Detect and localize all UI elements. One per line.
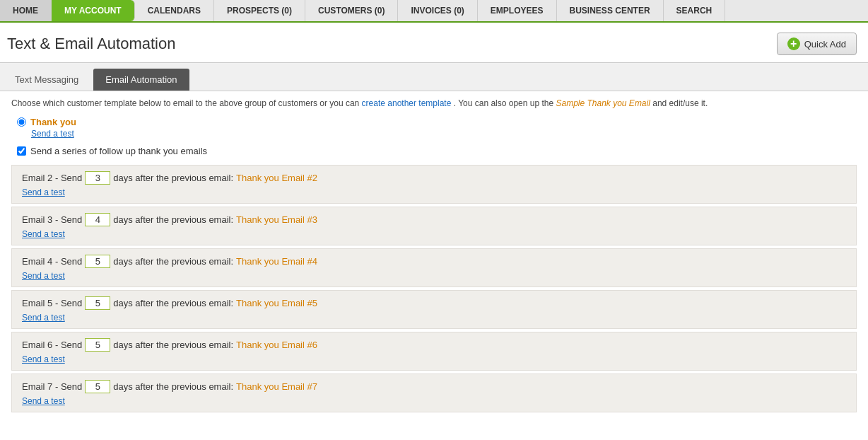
- days-input-2[interactable]: [85, 171, 110, 185]
- email-label-6: Email 6 - Send: [22, 340, 82, 350]
- days-label-4: days after the previous email:: [113, 256, 233, 267]
- email-row-top-7: Email 7 - Send days after the previous e…: [22, 380, 846, 393]
- send-test-link-4[interactable]: Send a test: [22, 271, 65, 281]
- days-label-5: days after the previous email:: [113, 298, 233, 308]
- send-test-link-6[interactable]: Send a test: [22, 354, 65, 364]
- tab-email-automation[interactable]: Email Automation: [93, 69, 189, 91]
- email-label-5: Email 5 - Send: [22, 298, 82, 308]
- email-template-link-2[interactable]: Thank you Email #2: [236, 173, 317, 183]
- nav-search[interactable]: SEARCH: [664, 0, 726, 21]
- nav-home[interactable]: HOME: [0, 0, 52, 21]
- nav-business-center[interactable]: BUSINESS CENTER: [557, 0, 664, 21]
- send-test-link-2[interactable]: Send a test: [22, 187, 65, 197]
- email-label-3: Email 3 - Send: [22, 214, 82, 225]
- email-row-5: Email 5 - Send days after the previous e…: [11, 290, 857, 329]
- email-row-top-3: Email 3 - Send days after the previous e…: [22, 213, 846, 226]
- plus-icon: +: [787, 37, 800, 50]
- quick-add-button[interactable]: + Quick Add: [777, 33, 857, 55]
- days-input-5[interactable]: [85, 296, 110, 310]
- email-row-3: Email 3 - Send days after the previous e…: [11, 207, 857, 245]
- create-template-link[interactable]: create another template: [362, 98, 452, 108]
- email-template-link-3[interactable]: Thank you Email #3: [236, 214, 317, 225]
- sample-thankyou-link[interactable]: Sample Thank you Email: [556, 98, 650, 108]
- email-row-4: Email 4 - Send days after the previous e…: [11, 248, 857, 287]
- days-input-7[interactable]: [85, 380, 110, 393]
- quick-add-label: Quick Add: [804, 39, 846, 50]
- nav-my-account[interactable]: MY ACCOUNT: [52, 0, 135, 21]
- email-template-link-6[interactable]: Thank you Email #6: [236, 340, 317, 350]
- days-label-7: days after the previous email:: [113, 381, 233, 392]
- email-template-link-4[interactable]: Thank you Email #4: [236, 256, 317, 267]
- send-test-link-5[interactable]: Send a test: [22, 313, 65, 323]
- days-label-3: days after the previous email:: [113, 214, 233, 225]
- email-row-top-4: Email 4 - Send days after the previous e…: [22, 255, 846, 268]
- nav-employees[interactable]: EMPLOYEES: [478, 0, 557, 21]
- email-row-2: Email 2 - Send days after the previous e…: [11, 165, 857, 204]
- email-row-top-6: Email 6 - Send days after the previous e…: [22, 338, 846, 352]
- email-row-top-5: Email 5 - Send days after the previous e…: [22, 296, 846, 310]
- tabs-bar: Text Messaging Email Automation: [0, 63, 868, 91]
- email-template-link-7[interactable]: Thank you Email #7: [236, 381, 317, 392]
- nav-prospects[interactable]: PROSPECTS (0): [214, 0, 305, 21]
- email-label-2: Email 2 - Send: [22, 173, 82, 183]
- days-input-3[interactable]: [85, 213, 110, 226]
- email-template-link-5[interactable]: Thank you Email #5: [236, 298, 317, 308]
- email-row-top-2: Email 2 - Send days after the previous e…: [22, 171, 846, 185]
- thankyou-text: Thank you: [30, 117, 76, 127]
- follow-up-text: Send a series of follow up thank you ema…: [30, 146, 207, 156]
- send-test-link-3[interactable]: Send a test: [22, 229, 65, 239]
- days-label-2: days after the previous email:: [113, 173, 233, 183]
- email-label-4: Email 4 - Send: [22, 256, 82, 267]
- email-row-6: Email 6 - Send days after the previous e…: [11, 332, 857, 371]
- page-title: Text & Email Automation: [7, 35, 175, 53]
- follow-up-checkbox[interactable]: [17, 146, 26, 156]
- days-input-6[interactable]: [85, 338, 110, 352]
- send-test-link-7[interactable]: Send a test: [22, 396, 65, 406]
- thankyou-radio[interactable]: [17, 117, 26, 127]
- content-area: Choose which customer template below to …: [0, 91, 868, 422]
- thankyou-label[interactable]: Thank you: [17, 117, 857, 127]
- days-label-6: days after the previous email:: [113, 340, 233, 350]
- nav-invoices[interactable]: INVOICES (0): [398, 0, 477, 21]
- nav-calendars[interactable]: CALENDARS: [135, 0, 214, 21]
- send-test-link-main[interactable]: Send a test: [31, 129, 857, 139]
- nav-bar: HOME MY ACCOUNT CALENDARS PROSPECTS (0) …: [0, 0, 868, 23]
- email-row-7: Email 7 - Send days after the previous e…: [11, 374, 857, 412]
- thankyou-section: Thank you Send a test: [11, 117, 857, 139]
- page-header: Text & Email Automation + Quick Add: [0, 23, 868, 63]
- follow-up-row: Send a series of follow up thank you ema…: [11, 146, 857, 156]
- days-input-4[interactable]: [85, 255, 110, 268]
- info-text: Choose which customer template below to …: [11, 98, 857, 108]
- tab-text-messaging[interactable]: Text Messaging: [3, 69, 90, 91]
- email-label-7: Email 7 - Send: [22, 381, 82, 392]
- nav-customers[interactable]: CUSTOMERS (0): [305, 0, 398, 21]
- email-rows-container: Email 2 - Send days after the previous e…: [11, 165, 857, 412]
